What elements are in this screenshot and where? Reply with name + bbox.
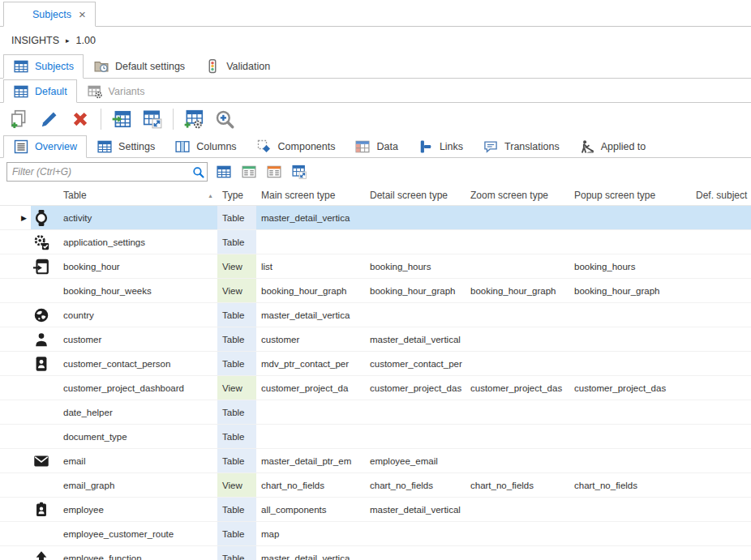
column-header-popup-screen-type[interactable]: Popup screen type [569,186,691,205]
table-row[interactable]: employee_functionTablemaster_detail_vert… [0,546,751,560]
column-header-main-screen-type[interactable]: Main screen type [256,186,365,205]
tab-default-settings[interactable]: Default settings [84,54,195,79]
tab-columns[interactable]: Columns [165,135,246,158]
digging-person-icon [579,139,595,155]
cell-popup-screen-type [569,352,691,375]
card-list-green-icon [241,164,257,180]
tab-default[interactable]: Default [3,79,77,103]
table-row[interactable]: countryTablemaster_detail_vertica [0,303,751,327]
tab-label: Default settings [115,61,185,72]
switch-table-button[interactable] [139,106,166,132]
cell-detail-screen-type [365,303,466,327]
table-row[interactable]: document_typeTable [0,425,751,449]
breadcrumb-root[interactable]: INSIGHTS [11,35,59,46]
card-view-orange-button[interactable] [265,163,283,181]
row-indicator [0,303,31,327]
row-indicator: ▶ [0,206,31,229]
cell-detail-screen-type [365,230,466,254]
document-tab-subjects[interactable]: Subjects × [3,2,96,27]
cell-def-subject [691,303,751,327]
tab-overview[interactable]: Overview [3,135,87,158]
header-gutter [0,186,31,205]
column-header-type[interactable]: Type [217,186,256,205]
cell-table-name: customer [58,327,217,351]
cell-detail-screen-type: master_detail_vertical [365,498,466,521]
edit-button[interactable] [36,106,63,132]
cell-def-subject [691,400,751,424]
cell-detail-screen-type [365,206,466,229]
table-row[interactable]: customer_project_dashboardViewcustomer_p… [0,376,751,400]
filter-input[interactable] [7,166,189,177]
column-header-zoom-screen-type[interactable]: Zoom screen type [466,186,569,205]
search-button[interactable] [189,163,207,181]
tab-validation[interactable]: Validation [195,54,280,79]
switch-view-button[interactable] [290,163,308,181]
tab-label: Data [376,141,397,152]
grid-header: Table▲TypeMain screen typeDetail screen … [0,186,751,206]
up-arrow-icon [32,549,50,560]
tab-links[interactable]: Links [408,135,473,158]
cell-def-subject [691,352,751,375]
table-grid-icon [11,6,27,23]
folder-clock-icon [93,58,109,75]
table-arrow-icon [111,109,132,130]
tab-subjects[interactable]: Subjects [3,54,84,79]
table-row[interactable]: employee_customer_routeTablemap [0,522,751,546]
document-tabbar: Subjects × [0,0,751,27]
cell-zoom-screen-type [466,254,569,278]
selected-row-arrow-icon: ▶ [21,214,27,222]
goto-table-button[interactable] [108,106,135,132]
table-row[interactable]: ▶activityTablemaster_detail_vertica [0,206,751,230]
cell-main-screen-type: booking_hour_graph [256,279,365,302]
column-header-def-subject[interactable]: Def. subject [691,186,751,205]
table-row[interactable]: employeeTableall_componentsmaster_detail… [0,498,751,522]
zoom-button[interactable] [211,106,238,132]
table-add-gear-icon [183,109,204,130]
card-list-orange-icon [266,164,282,180]
tab-data[interactable]: Data [345,135,407,158]
cell-popup-screen-type: customer_project_das [569,376,691,400]
table-row[interactable]: customer_contact_personTablemdv_ptr_cont… [0,352,751,376]
table-row[interactable]: emailTablemaster_detail_ptr_ememployee_e… [0,449,751,473]
table-row[interactable]: booking_hour_weeksViewbooking_hour_graph… [0,279,751,303]
delete-button[interactable] [67,106,94,132]
cell-table-name: email_graph [58,473,217,497]
filter-row [0,158,751,186]
cell-table-name: employee_function [58,546,217,560]
cell-main-screen-type: chart_no_fields [256,473,365,497]
column-header-detail-screen-type[interactable]: Detail screen type [365,186,466,205]
cell-table-name: document_type [58,425,217,448]
tab-components[interactable]: Components [247,135,345,158]
contact-card-icon [32,355,50,373]
new-copy-button[interactable] [5,106,32,132]
column-header-table[interactable]: Table▲ [58,186,217,205]
cell-def-subject [691,449,751,472]
cell-zoom-screen-type [466,230,569,254]
grid-view-button[interactable] [215,163,233,181]
table-icon-cell [31,449,58,472]
cell-table-name: email [58,449,217,472]
search-icon [191,165,205,179]
table-switch-icon [142,109,163,130]
cell-popup-screen-type [569,400,691,424]
cell-zoom-screen-type [466,522,569,545]
cell-type: Table [217,498,256,521]
table-settings-button[interactable] [180,106,208,132]
data-table-icon [354,139,371,155]
cell-zoom-screen-type [466,327,569,351]
filter-input-box [6,162,208,182]
close-icon[interactable]: × [77,8,88,20]
table-row[interactable]: email_graphViewchart_no_fieldschart_no_f… [0,473,751,498]
tab-label: Validation [226,61,270,72]
table-row[interactable]: date_helperTable [0,400,751,425]
table-row[interactable]: customerTablecustomermaster_detail_verti… [0,327,751,352]
card-view-green-button[interactable] [240,163,258,181]
breadcrumb-version[interactable]: 1.00 [76,35,96,46]
table-row[interactable]: booking_hourViewlistbooking_hoursbooking… [0,254,751,279]
cell-def-subject [691,522,751,545]
tab-variants[interactable]: Variants [77,79,155,103]
tab-applied-to[interactable]: Applied to [569,135,656,158]
tab-translations[interactable]: Translations [473,135,569,158]
table-row[interactable]: application_settingsTable [0,230,751,254]
tab-settings[interactable]: Settings [87,135,165,158]
